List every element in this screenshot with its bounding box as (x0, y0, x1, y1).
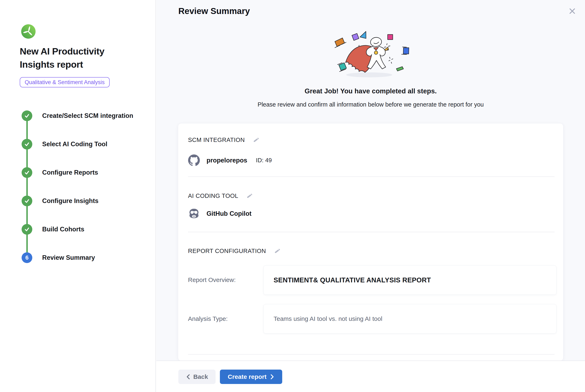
copilot-icon (188, 208, 200, 219)
github-icon (188, 154, 200, 166)
report-config-section-header: REPORT CONFIGURATION (188, 247, 281, 254)
report-overview-value-box: SENTIMENT& QUALITATIVE ANALYSIS REPORT (264, 266, 556, 295)
step-label: Select AI Coding Tool (42, 140, 107, 148)
close-icon[interactable] (566, 5, 578, 17)
back-button-label: Back (193, 373, 208, 380)
wizard-sidebar: New AI Productivity Insights report Qual… (0, 0, 156, 392)
back-button[interactable]: Back (178, 370, 216, 384)
step-active-number: 6 (22, 252, 32, 263)
ai-tool-name: GitHub Copilot (206, 210, 252, 218)
analysis-type-value-box: Teams using AI tool vs. not using AI too… (264, 304, 556, 334)
section-divider (188, 354, 554, 354)
summary-card: SCM INTEGRATION propelorepos ID: 49 AI C… (178, 123, 564, 361)
step-done-check-icon (22, 167, 32, 178)
chevron-right-icon (270, 374, 274, 380)
section-divider (188, 176, 554, 177)
celebration-illustration (327, 29, 414, 78)
step-item-review-summary[interactable]: 6 Review Summary (22, 252, 145, 263)
step-item-configure-reports[interactable]: Configure Reports (22, 167, 145, 178)
step-item-scm-integration[interactable]: Create/Select SCM integration (22, 110, 145, 121)
edit-scm-pencil-icon[interactable] (252, 136, 260, 144)
stepper-connector (26, 116, 28, 258)
step-done-check-icon (22, 196, 32, 206)
section-divider (188, 232, 554, 232)
review-summary-panel: Review Summary (156, 0, 585, 392)
step-item-ai-coding-tool[interactable]: Select AI Coding Tool (22, 139, 145, 150)
step-label: Build Cohorts (42, 226, 84, 233)
ai-tool-section-header: AI CODING TOOL (188, 192, 254, 200)
step-label: Configure Insights (42, 197, 98, 205)
ai-tool-section-label: AI CODING TOOL (188, 192, 238, 199)
report-overview-value: SENTIMENT& QUALITATIVE ANALYSIS REPORT (274, 276, 431, 284)
step-done-check-icon (22, 224, 32, 235)
create-report-button[interactable]: Create report (220, 370, 282, 384)
report-overview-label: Report Overview: (188, 276, 256, 284)
propelo-logo-icon (21, 24, 36, 39)
step-item-configure-insights[interactable]: Configure Insights (22, 196, 145, 206)
create-report-button-label: Create report (228, 373, 266, 380)
step-label: Configure Reports (42, 169, 98, 176)
step-done-check-icon (22, 110, 32, 121)
step-label: Review Summary (42, 254, 95, 262)
analysis-type-value: Teams using AI tool vs. not using AI too… (274, 315, 382, 322)
report-config-section-label: REPORT CONFIGURATION (188, 248, 266, 254)
ai-tool-row: GitHub Copilot (188, 208, 252, 219)
scm-integration-row: propelorepos ID: 49 (188, 154, 272, 166)
analysis-type-label: Analysis Type: (188, 315, 256, 322)
scm-section-header: SCM INTEGRATION (188, 136, 260, 144)
edit-ai-tool-pencil-icon[interactable] (246, 192, 254, 200)
scm-integration-id: ID: 49 (256, 157, 272, 164)
edit-report-config-pencil-icon[interactable] (274, 247, 281, 254)
step-done-check-icon (22, 139, 32, 150)
wizard-title: New AI Productivity Insights report (20, 45, 141, 71)
step-item-build-cohorts[interactable]: Build Cohorts (22, 224, 145, 235)
congrats-title: Great Job! You have completed all steps. (156, 87, 585, 95)
report-type-badge: Qualitative & Sentiment Analysis (20, 77, 110, 88)
step-label: Create/Select SCM integration (42, 112, 133, 120)
chevron-left-icon (186, 374, 190, 380)
scm-section-label: SCM INTEGRATION (188, 136, 245, 143)
wizard-footer: Back Create report (156, 360, 585, 392)
congrats-subtitle: Please review and confirm all informatio… (156, 101, 585, 108)
page-title: Review Summary (178, 6, 250, 16)
scm-integration-name: propelorepos (206, 157, 247, 164)
new-report-wizard: New AI Productivity Insights report Qual… (0, 0, 585, 392)
